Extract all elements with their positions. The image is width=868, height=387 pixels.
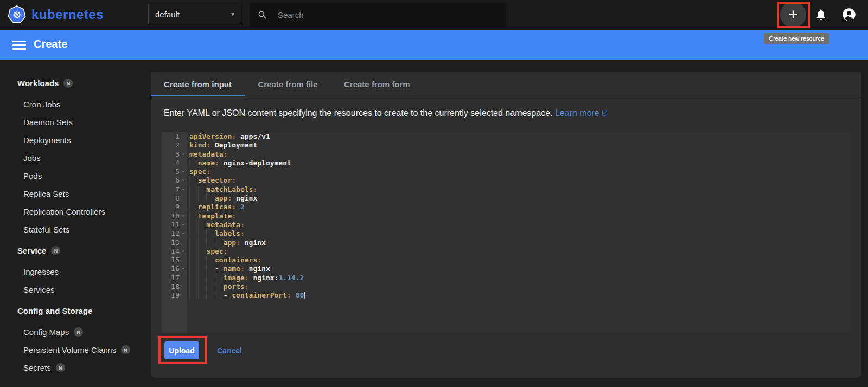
gutter-line-number: 8 (162, 194, 187, 203)
fold-toggle-icon[interactable]: ▾ (180, 185, 187, 194)
namespace-selector[interactable]: default ▾ (148, 4, 241, 24)
sidebar-item-persistent-volume-claims[interactable]: Persistent Volume ClaimsN (0, 341, 151, 359)
code-line-19[interactable]: 19 - containerPort: 80 (162, 291, 851, 300)
editor-empty-area[interactable] (162, 300, 851, 333)
kubernetes-logo[interactable]: ☸ kubernetes (8, 5, 104, 24)
sidebar-group-config-and-storage: Config and StorageConfig MapsNPersistent… (0, 302, 151, 377)
sidebar-item-pods[interactable]: Pods (0, 167, 151, 185)
sidebar-item-stateful-sets[interactable]: Stateful Sets (0, 221, 151, 238)
sidebar-item-replication-controllers[interactable]: Replication Controllers (0, 203, 151, 221)
menu-button[interactable] (12, 41, 26, 50)
code-line-5[interactable]: 5▾spec: (162, 167, 851, 176)
gutter-line-number: 12▾ (162, 229, 187, 238)
sidebar-item-daemon-sets[interactable]: Daemon Sets (0, 113, 151, 131)
create-card: Create from inputCreate from fileCreate … (151, 72, 861, 378)
search-bar[interactable]: Search (250, 3, 506, 27)
code-text: ports: (187, 282, 249, 291)
fold-toggle-icon[interactable]: ▾ (180, 265, 187, 273)
code-line-7[interactable]: 7▾ matchLabels: (162, 185, 851, 194)
code-line-10[interactable]: 10▾ template: (162, 212, 851, 221)
sidebar-header-service[interactable]: ServiceN (0, 242, 151, 260)
create-new-resource-button[interactable]: + (780, 2, 806, 28)
search-placeholder: Search (278, 10, 304, 20)
code-line-12[interactable]: 12▾ labels: (162, 229, 851, 238)
new-badge: N (121, 345, 130, 354)
brand-name: kubernetes (31, 7, 104, 22)
gutter-line-number: 18 (162, 282, 187, 291)
code-line-15[interactable]: 15 containers: (162, 256, 851, 265)
upload-button[interactable]: Upload (164, 341, 199, 359)
code-text: apiVersion: apps/v1 (187, 132, 270, 141)
fold-toggle-icon[interactable]: ▾ (180, 212, 187, 221)
chevron-down-icon: ▾ (231, 10, 234, 18)
gutter-line-number: 11▾ (162, 221, 187, 229)
tooltip-create-new-resource: Create new resource (764, 33, 829, 44)
code-line-18[interactable]: 18 ports: (162, 282, 851, 291)
yaml-editor[interactable]: 1apiVersion: apps/v12kind: Deployment3▾m… (162, 132, 851, 333)
code-text: replicas: 2 (187, 203, 245, 211)
code-line-6[interactable]: 6▾ selector: (162, 176, 851, 185)
external-link-icon (601, 109, 608, 119)
sidebar-item-ingresses[interactable]: Ingresses (0, 263, 151, 281)
tab-create-from-file[interactable]: Create from file (245, 72, 331, 96)
code-line-8[interactable]: 8 app: nginx (162, 194, 851, 203)
gutter-line-number: 6▾ (162, 176, 187, 185)
code-text: metadata: (187, 221, 245, 229)
code-text: matchLabels: (187, 185, 257, 194)
sidebar-group-service: ServiceNIngressesServices (0, 242, 151, 299)
code-text: - name: nginx (187, 265, 270, 273)
gutter-line-number: 19 (162, 291, 187, 300)
tab-create-from-form[interactable]: Create from form (331, 72, 423, 96)
sidebar-item-services[interactable]: Services (0, 281, 151, 299)
namespace-value: default (155, 10, 180, 19)
learn-more-link[interactable]: Learn more (555, 108, 608, 118)
code-line-4[interactable]: 4 name: nginx-deployment (162, 159, 851, 167)
fold-toggle-icon[interactable]: ▾ (180, 176, 187, 185)
description-body: Enter YAML or JSON content specifying th… (164, 108, 553, 118)
avatar-icon (841, 7, 857, 22)
gutter-line-number: 2 (162, 141, 187, 150)
sidebar-item-cron-jobs[interactable]: Cron Jobs (0, 95, 151, 113)
code-line-3[interactable]: 3▾metadata: (162, 150, 851, 159)
code-line-14[interactable]: 14▾ spec: (162, 247, 851, 256)
code-line-13[interactable]: 13 app: nginx (162, 238, 851, 247)
code-line-11[interactable]: 11▾ metadata: (162, 221, 851, 229)
new-badge: N (51, 246, 60, 255)
gutter-line-number: 7▾ (162, 185, 187, 194)
sidebar-item-secrets[interactable]: SecretsN (0, 359, 151, 377)
code-line-2[interactable]: 2kind: Deployment (162, 141, 851, 150)
code-text: template: (187, 212, 236, 221)
code-text: - containerPort: 80 (187, 291, 305, 300)
fold-toggle-icon[interactable]: ▾ (180, 221, 187, 229)
code-line-9[interactable]: 9 replicas: 2 (162, 203, 851, 211)
sidebar-item-deployments[interactable]: Deployments (0, 131, 151, 149)
sidebar-header-config-and-storage[interactable]: Config and Storage (0, 302, 151, 320)
new-badge: N (74, 327, 83, 337)
sidebar-nav: WorkloadsNCron JobsDaemon SetsDeployment… (0, 60, 151, 387)
tab-create-from-input[interactable]: Create from input (151, 72, 245, 96)
code-line-16[interactable]: 16▾ - name: nginx (162, 265, 851, 273)
cancel-button[interactable]: Cancel (217, 341, 242, 359)
code-text: app: nginx (187, 238, 266, 247)
sidebar-item-config-maps[interactable]: Config MapsN (0, 323, 151, 341)
new-badge: N (63, 79, 73, 88)
code-line-1[interactable]: 1apiVersion: apps/v1 (162, 132, 851, 141)
gutter-line-number: 5▾ (162, 167, 187, 176)
fold-toggle-icon[interactable]: ▾ (180, 247, 187, 256)
code-text: image: nginx:1.14.2 (187, 274, 304, 282)
sidebar-item-jobs[interactable]: Jobs (0, 149, 151, 167)
fold-toggle-icon[interactable]: ▾ (180, 229, 187, 238)
code-text: labels: (187, 229, 245, 238)
account-button[interactable] (841, 7, 857, 24)
notifications-button[interactable] (814, 8, 827, 23)
sidebar-item-replica-sets[interactable]: Replica Sets (0, 185, 151, 203)
fold-toggle-icon[interactable]: ▾ (180, 167, 187, 176)
gutter-line-number: 1 (162, 132, 187, 141)
code-line-17[interactable]: 17 image: nginx:1.14.2 (162, 274, 851, 282)
gutter-line-number: 4 (162, 159, 187, 167)
learn-more-label: Learn more (555, 108, 599, 118)
sidebar-header-workloads[interactable]: WorkloadsN (0, 74, 151, 92)
gutter-line-number: 13 (162, 238, 187, 247)
fold-toggle-icon[interactable]: ▾ (180, 150, 187, 159)
code-text: metadata: (187, 150, 227, 159)
